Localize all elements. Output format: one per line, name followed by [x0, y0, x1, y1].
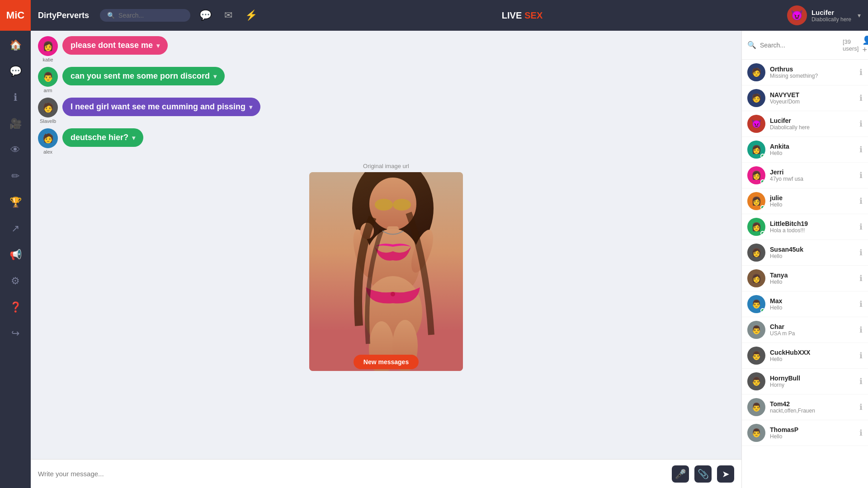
- online-indicator: [760, 179, 765, 184]
- mail-icon[interactable]: ✉: [224, 9, 232, 21]
- sidebar-info-icon[interactable]: ℹ: [6, 89, 24, 107]
- dropdown-caret-icon[interactable]: ▾: [156, 42, 160, 49]
- msg-avatar-wrap: 👨 arm: [38, 67, 58, 93]
- nav-user-info: Lucifer Diabolically here: [811, 9, 851, 23]
- user-status: Missing something?: [770, 73, 855, 79]
- user-list-item[interactable]: 😈 Lucifer Diabolically here ℹ: [742, 111, 868, 137]
- top-nav: MiC DirtyPerverts 🔍 💬 ✉ ⚡ LIVE SEX 😈 Luc…: [0, 0, 868, 31]
- user-list-item[interactable]: 👩 Jerri 47yo mwf usa ℹ: [742, 163, 868, 188]
- dropdown-caret-icon[interactable]: ▾: [132, 134, 135, 141]
- user-info: NAVYVET Voyeur/Dom: [770, 91, 855, 105]
- chat-bubble-icon[interactable]: 💬: [199, 9, 212, 21]
- nav-chevron-icon: ▾: [858, 12, 861, 19]
- sidebar-edit-icon[interactable]: ✏: [6, 167, 24, 185]
- sidebar-video-icon[interactable]: 🎥: [6, 115, 24, 133]
- user-list-item[interactable]: 👨 HornyBull Horny ℹ: [742, 369, 868, 394]
- user-info: LittleBitch19 Hola a todos!!!: [770, 220, 855, 234]
- sidebar-settings-icon[interactable]: ⚙: [6, 272, 24, 290]
- user-status: Hello: [770, 253, 855, 259]
- user-list-item[interactable]: 👩 LittleBitch19 Hola a todos!!! ℹ: [742, 214, 868, 240]
- user-info-button[interactable]: ℹ: [859, 170, 863, 180]
- user-status: Hello: [770, 433, 855, 440]
- user-name: ThomasP: [770, 426, 855, 433]
- user-list-item[interactable]: 👩 julie Hello ℹ: [742, 188, 868, 214]
- user-info-button[interactable]: ℹ: [859, 196, 863, 206]
- user-info-button[interactable]: ℹ: [859, 428, 863, 438]
- user-avatar: 🧑: [747, 89, 765, 107]
- right-search-input[interactable]: [760, 42, 839, 49]
- user-list-item[interactable]: 👨 CuckHubXXX Hello ℹ: [742, 343, 868, 369]
- nav-user-avatar: 😈: [787, 5, 807, 25]
- user-status: nackt,offen,Frauen: [770, 408, 855, 414]
- sidebar-announce-icon[interactable]: 📢: [6, 246, 24, 264]
- user-list-item[interactable]: 🧑 Orthrus Missing something? ℹ: [742, 60, 868, 85]
- msg-bubble[interactable]: please dont tease me ▾: [62, 36, 168, 55]
- user-avatar: 👩: [747, 244, 765, 262]
- user-name: Ankita: [770, 143, 855, 150]
- mic-icon[interactable]: 🎤: [672, 465, 689, 483]
- chat-message-input[interactable]: [38, 470, 666, 478]
- sidebar-eye-icon[interactable]: 👁: [6, 141, 24, 159]
- lightning-icon[interactable]: ⚡: [245, 9, 257, 21]
- user-list-item[interactable]: 👨 Tom42 nackt,offen,Frauen ℹ: [742, 394, 868, 420]
- user-info-button[interactable]: ℹ: [859, 67, 863, 77]
- chat-image-svg: [309, 172, 463, 371]
- user-info-button[interactable]: ℹ: [859, 273, 863, 283]
- user-avatar: 👨: [747, 295, 765, 313]
- nav-search-box[interactable]: 🔍: [100, 9, 190, 22]
- user-info-button[interactable]: ℹ: [859, 402, 863, 412]
- channel-name: DirtyPerverts: [38, 11, 89, 20]
- user-list-item[interactable]: 👨 Max Hello ℹ: [742, 291, 868, 317]
- nav-user-status: Diabolically here: [811, 16, 851, 23]
- user-info-button[interactable]: ℹ: [859, 376, 863, 386]
- user-info-button[interactable]: ℹ: [859, 145, 863, 155]
- msg-bubble[interactable]: deutsche hier? ▾: [62, 128, 143, 147]
- user-name: NAVYVET: [770, 91, 855, 99]
- user-info-button[interactable]: ℹ: [859, 222, 863, 232]
- user-name: Tom42: [770, 400, 855, 408]
- user-avatar: 🧑: [747, 63, 765, 81]
- dropdown-caret-icon[interactable]: ▾: [249, 103, 252, 111]
- user-info-button[interactable]: ℹ: [859, 119, 863, 129]
- user-name: julie: [770, 194, 855, 202]
- user-menu[interactable]: 😈 Lucifer Diabolically here ▾: [787, 5, 861, 25]
- sidebar-share-icon[interactable]: ↗: [6, 220, 24, 238]
- user-name: Tanya: [770, 272, 855, 279]
- message-row: 🧑 alex deutsche hier? ▾: [38, 128, 734, 155]
- user-status: Hello: [770, 202, 855, 208]
- user-name: Char: [770, 323, 855, 330]
- attachment-icon[interactable]: 📎: [694, 465, 712, 483]
- new-messages-button[interactable]: New messages: [354, 355, 419, 369]
- user-list-item[interactable]: 👩 Tanya Hello ℹ: [742, 266, 868, 291]
- user-avatar: 👨: [747, 347, 765, 365]
- user-list-item[interactable]: 👨 ThomasP Hello ℹ: [742, 420, 868, 446]
- msg-bubble[interactable]: can you sent me some porn discord ▾: [62, 67, 225, 85]
- search-input[interactable]: [118, 12, 182, 19]
- add-user-icon[interactable]: 👤+: [862, 35, 868, 55]
- user-name: CuckHubXXX: [770, 349, 855, 356]
- sidebar-home-icon[interactable]: 🏠: [6, 36, 24, 54]
- msg-bubble[interactable]: I need girl want see me cumming and piss…: [62, 98, 260, 116]
- user-status: Hello: [770, 150, 855, 156]
- user-name: Jerri: [770, 169, 855, 176]
- sidebar-trophy-icon[interactable]: 🏆: [6, 193, 24, 211]
- msg-text: please dont tease me: [71, 41, 153, 50]
- user-info: Orthrus Missing something?: [770, 66, 855, 79]
- send-icon[interactable]: ➤: [717, 465, 734, 483]
- sidebar-help-icon[interactable]: ❓: [6, 298, 24, 316]
- user-info-button[interactable]: ℹ: [859, 325, 863, 335]
- user-info-button[interactable]: ℹ: [859, 248, 863, 258]
- user-name: Max: [770, 297, 855, 305]
- user-info-button[interactable]: ℹ: [859, 93, 863, 103]
- sidebar-chat-icon[interactable]: 💬: [6, 62, 24, 80]
- msg-username: alex: [43, 149, 52, 155]
- dropdown-caret-icon[interactable]: ▾: [213, 73, 217, 80]
- sidebar-logout-icon[interactable]: ↪: [6, 324, 24, 343]
- user-list-item[interactable]: 🧑 NAVYVET Voyeur/Dom ℹ: [742, 85, 868, 111]
- user-info-button[interactable]: ℹ: [859, 299, 863, 309]
- user-list-item[interactable]: 👩 Susan45uk Hello ℹ: [742, 240, 868, 266]
- user-info-button[interactable]: ℹ: [859, 351, 863, 361]
- user-list-item[interactable]: 👨 Char USA m Pa ℹ: [742, 317, 868, 343]
- user-name: Lucifer: [770, 117, 855, 124]
- user-list-item[interactable]: 👩 Ankita Hello ℹ: [742, 137, 868, 163]
